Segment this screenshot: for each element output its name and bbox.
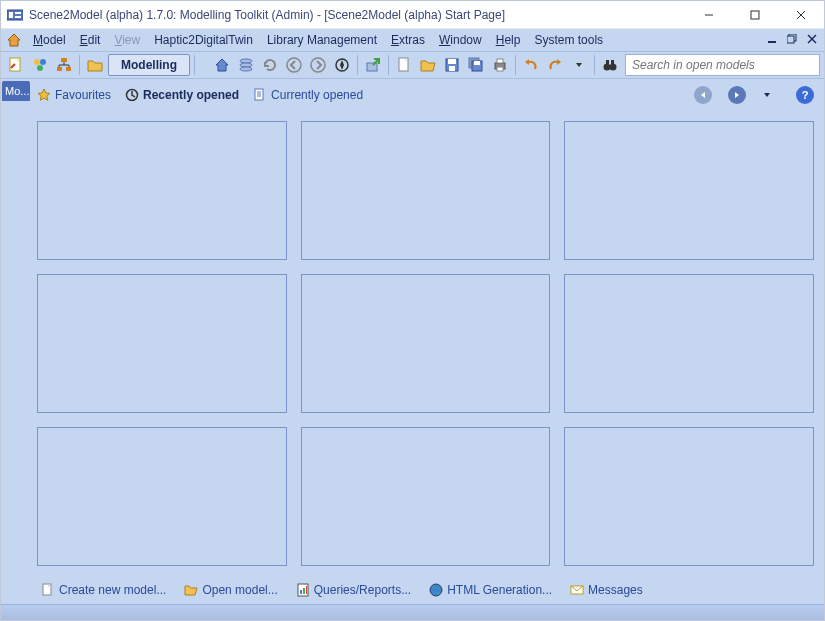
- link-label: Messages: [588, 583, 643, 597]
- menu-library-management[interactable]: Library Management: [261, 31, 383, 49]
- new-file-icon: [41, 583, 55, 597]
- home-icon[interactable]: [211, 54, 233, 76]
- svg-rect-53: [303, 588, 305, 594]
- statusbar: [1, 604, 824, 620]
- link-label: Create new model...: [59, 583, 166, 597]
- messages-link[interactable]: Messages: [570, 583, 643, 597]
- svg-rect-33: [448, 59, 456, 64]
- svg-rect-5: [751, 11, 759, 19]
- svg-rect-17: [61, 58, 67, 62]
- mdi-close-button[interactable]: [804, 31, 820, 47]
- svg-point-16: [37, 65, 43, 71]
- menu-system-tools[interactable]: System tools: [528, 31, 609, 49]
- binoculars-icon[interactable]: [599, 54, 621, 76]
- link-label: Open model...: [202, 583, 277, 597]
- folder-icon[interactable]: [84, 54, 106, 76]
- toolbar-separator: [594, 55, 595, 75]
- svg-rect-44: [611, 60, 614, 65]
- menu-window[interactable]: Window: [433, 31, 488, 49]
- models-icon[interactable]: [29, 54, 51, 76]
- svg-rect-2: [15, 12, 21, 14]
- new-model-icon[interactable]: [5, 54, 27, 76]
- undo-icon[interactable]: [520, 54, 542, 76]
- save-icon[interactable]: [441, 54, 463, 76]
- open-folder-icon: [184, 583, 198, 597]
- mode-button[interactable]: Modelling: [108, 54, 190, 76]
- svg-point-25: [240, 63, 252, 67]
- svg-rect-1: [9, 12, 13, 18]
- structure-icon[interactable]: [53, 54, 75, 76]
- menu-edit[interactable]: Edit: [74, 31, 107, 49]
- document-icon: [253, 88, 267, 102]
- window-controls: [686, 1, 824, 29]
- envelope-icon: [570, 583, 584, 597]
- save-all-icon[interactable]: [465, 54, 487, 76]
- link-label: HTML Generation...: [447, 583, 552, 597]
- nav-dropdown-icon[interactable]: [762, 86, 772, 104]
- tab-recently-opened[interactable]: Recently opened: [125, 88, 239, 102]
- svg-point-55: [430, 584, 442, 596]
- menu-haptic2digitaltwin[interactable]: Haptic2DigitalTwin: [148, 31, 259, 49]
- model-tile[interactable]: [301, 274, 551, 413]
- svg-rect-43: [606, 60, 609, 65]
- toolbar-separator: [388, 55, 389, 75]
- svg-point-14: [34, 59, 40, 65]
- create-new-model-link[interactable]: Create new model...: [41, 583, 166, 597]
- menu-view: View: [108, 31, 146, 49]
- svg-point-24: [240, 59, 252, 63]
- nav-next-button[interactable]: [728, 86, 746, 104]
- open-folder-icon[interactable]: [417, 54, 439, 76]
- toolbar-separator: [194, 55, 195, 75]
- new-file-icon[interactable]: [393, 54, 415, 76]
- model-tile[interactable]: [37, 121, 287, 260]
- svg-point-28: [311, 58, 325, 72]
- svg-rect-54: [306, 586, 307, 594]
- search-input[interactable]: [625, 54, 820, 76]
- maximize-button[interactable]: [732, 1, 778, 29]
- nav-prev-button[interactable]: [694, 86, 712, 104]
- mdi-window-controls: [764, 31, 820, 47]
- menubar: Model Edit View Haptic2DigitalTwin Libra…: [1, 29, 824, 51]
- menu-extras[interactable]: Extras: [385, 31, 431, 49]
- model-tile[interactable]: [301, 427, 551, 566]
- forward-icon[interactable]: [307, 54, 329, 76]
- menu-model[interactable]: Model: [27, 31, 72, 49]
- undo-history-icon[interactable]: [568, 54, 590, 76]
- titlebar: Scene2Model (alpha) 1.7.0: Modelling Too…: [1, 1, 824, 29]
- queries-reports-link[interactable]: Queries/Reports...: [296, 583, 411, 597]
- mdi-restore-button[interactable]: [784, 31, 800, 47]
- compass-icon[interactable]: [331, 54, 353, 76]
- tab-label: Recently opened: [143, 88, 239, 102]
- svg-rect-18: [57, 67, 62, 71]
- home-icon[interactable]: [5, 31, 23, 49]
- open-model-link[interactable]: Open model...: [184, 583, 277, 597]
- mdi-minimize-button[interactable]: [764, 31, 780, 47]
- menu-help[interactable]: Help: [490, 31, 527, 49]
- tab-favourites[interactable]: Favourites: [37, 88, 111, 102]
- help-button[interactable]: ?: [796, 86, 814, 104]
- close-button[interactable]: [778, 1, 824, 29]
- sidebar-tab-models[interactable]: Mo... ✕: [2, 81, 30, 101]
- stack-icon[interactable]: [235, 54, 257, 76]
- recent-icon: [125, 88, 139, 102]
- svg-rect-3: [15, 16, 21, 18]
- model-tile[interactable]: [301, 121, 551, 260]
- print-icon[interactable]: [489, 54, 511, 76]
- export-icon[interactable]: [362, 54, 384, 76]
- tab-currently-opened[interactable]: Currently opened: [253, 88, 363, 102]
- minimize-button[interactable]: [686, 1, 732, 29]
- model-tile[interactable]: [564, 274, 814, 413]
- html-generation-link[interactable]: HTML Generation...: [429, 583, 552, 597]
- toolbar-separator: [515, 55, 516, 75]
- back-icon[interactable]: [283, 54, 305, 76]
- window-title: Scene2Model (alpha) 1.7.0: Modelling Too…: [29, 8, 686, 22]
- svg-rect-50: [43, 584, 51, 595]
- model-tile[interactable]: [564, 121, 814, 260]
- redo-icon[interactable]: [544, 54, 566, 76]
- refresh-icon[interactable]: [259, 54, 281, 76]
- tab-label: Currently opened: [271, 88, 363, 102]
- model-tile[interactable]: [564, 427, 814, 566]
- model-tile[interactable]: [37, 274, 287, 413]
- app-icon: [7, 8, 23, 22]
- model-tile[interactable]: [37, 427, 287, 566]
